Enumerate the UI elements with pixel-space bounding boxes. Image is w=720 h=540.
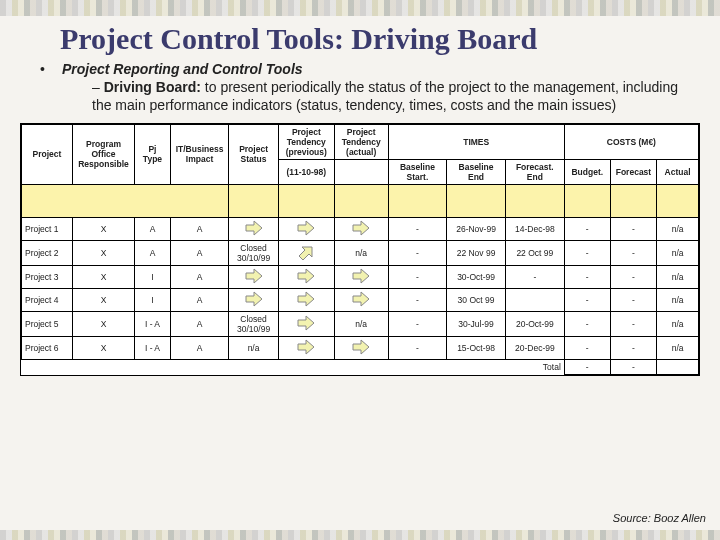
top-stripes bbox=[0, 0, 720, 16]
table-body: Project 1XAA-26-Nov-9914-Dec-98--n/aProj… bbox=[22, 217, 699, 359]
table-row: Project 5XI - AAClosed 30/10/99n/a-30-Ju… bbox=[22, 311, 699, 336]
table-row: Project 6XI - AAn/a-15-Oct-9820-Dec-99--… bbox=[22, 336, 699, 359]
yellow-band bbox=[334, 184, 388, 217]
col-forecast: Forecast bbox=[610, 159, 656, 184]
right-arrow-icon bbox=[245, 291, 263, 307]
right-arrow-icon bbox=[245, 268, 263, 284]
col-baseline-end: Baseline End bbox=[447, 159, 506, 184]
table-cell: 30-Oct-99 bbox=[447, 265, 506, 288]
total-forecast: - bbox=[610, 359, 656, 374]
table-cell: X bbox=[72, 311, 134, 336]
bullet-icon: • bbox=[40, 60, 62, 115]
col-baseline-start: Baseline Start. bbox=[388, 159, 447, 184]
table-cell: X bbox=[72, 217, 134, 240]
col-responsible: Program Office Responsible bbox=[72, 124, 134, 184]
table-cell: n/a bbox=[657, 336, 699, 359]
table-row: Project 4XIA-30 Oct 99--n/a bbox=[22, 288, 699, 311]
yellow-band bbox=[278, 184, 334, 217]
table-cell: A bbox=[135, 240, 171, 265]
table-cell: 22 Oct 99 bbox=[505, 240, 564, 265]
slide-title: Project Control Tools: Driving Board bbox=[0, 16, 720, 56]
table-cell bbox=[278, 265, 334, 288]
table-cell: 30-Jul-99 bbox=[447, 311, 506, 336]
table-cell: I bbox=[135, 265, 171, 288]
table-cell: X bbox=[72, 265, 134, 288]
table-cell: 14-Dec-98 bbox=[505, 217, 564, 240]
col-project: Project bbox=[22, 124, 73, 184]
table-cell: n/a bbox=[334, 240, 388, 265]
table-cell bbox=[278, 288, 334, 311]
right-arrow-icon bbox=[352, 291, 370, 307]
table-cell: n/a bbox=[657, 217, 699, 240]
col-budget: Budget. bbox=[564, 159, 610, 184]
table-cell: I - A bbox=[135, 336, 171, 359]
table-cell: - bbox=[610, 217, 656, 240]
col-costs: COSTS (M€) bbox=[564, 124, 698, 159]
right-arrow-icon bbox=[352, 220, 370, 236]
yellow-band bbox=[505, 184, 564, 217]
table-cell: - bbox=[610, 265, 656, 288]
table-cell: X bbox=[72, 336, 134, 359]
col-refdate: (11-10-98) bbox=[278, 159, 334, 184]
table-row: Project 1XAA-26-Nov-9914-Dec-98--n/a bbox=[22, 217, 699, 240]
table-cell: - bbox=[564, 265, 610, 288]
table-cell: Project 6 bbox=[22, 336, 73, 359]
table-cell: - bbox=[564, 217, 610, 240]
up-right-arrow-icon bbox=[297, 244, 315, 260]
driving-board-table: Project Program Office Responsible Pj Ty… bbox=[20, 123, 700, 376]
table-cell: 26-Nov-99 bbox=[447, 217, 506, 240]
table-cell: A bbox=[135, 217, 171, 240]
table-cell: Project 4 bbox=[22, 288, 73, 311]
table-cell: 30 Oct 99 bbox=[447, 288, 506, 311]
col-actual: Actual bbox=[657, 159, 699, 184]
sub-bullet-lead: Driving Board: bbox=[104, 79, 201, 95]
table-cell: - bbox=[564, 288, 610, 311]
right-arrow-icon bbox=[297, 315, 315, 331]
total-actual bbox=[657, 359, 699, 374]
body-text: • Project Reporting and Control Tools – … bbox=[0, 56, 720, 115]
table-cell: X bbox=[72, 288, 134, 311]
table-cell bbox=[334, 217, 388, 240]
right-arrow-icon bbox=[245, 220, 263, 236]
table-cell: Project 2 bbox=[22, 240, 73, 265]
table-cell: Project 3 bbox=[22, 265, 73, 288]
table-cell: 22 Nov 99 bbox=[447, 240, 506, 265]
total-budget: - bbox=[564, 359, 610, 374]
table-cell bbox=[505, 288, 564, 311]
yellow-band bbox=[388, 184, 447, 217]
table-cell: - bbox=[388, 288, 447, 311]
table-cell: A bbox=[170, 217, 228, 240]
table-cell bbox=[334, 265, 388, 288]
col-impact: IT/Business Impact bbox=[170, 124, 228, 184]
table-cell: A bbox=[170, 311, 228, 336]
table-cell: n/a bbox=[657, 288, 699, 311]
table-cell: Closed 30/10/99 bbox=[229, 240, 279, 265]
right-arrow-icon bbox=[352, 339, 370, 355]
table-cell bbox=[278, 311, 334, 336]
col-tend-act: Project Tendency (actual) bbox=[334, 124, 388, 159]
right-arrow-icon bbox=[297, 339, 315, 355]
table-cell: Closed 30/10/99 bbox=[229, 311, 279, 336]
table-cell: - bbox=[610, 288, 656, 311]
table-cell: - bbox=[388, 265, 447, 288]
table-cell bbox=[334, 288, 388, 311]
table-cell: 20-Dec-99 bbox=[505, 336, 564, 359]
table-cell: - bbox=[505, 265, 564, 288]
total-label: Total bbox=[22, 359, 565, 374]
table-cell: 15-Oct-98 bbox=[447, 336, 506, 359]
yellow-band bbox=[657, 184, 699, 217]
yellow-band bbox=[564, 184, 610, 217]
table-cell bbox=[229, 265, 279, 288]
yellow-band bbox=[447, 184, 506, 217]
table-cell: - bbox=[388, 240, 447, 265]
yellow-band-left bbox=[22, 184, 229, 217]
table-cell: n/a bbox=[334, 311, 388, 336]
col-tend-prev: Project Tendency (previous) bbox=[278, 124, 334, 159]
col-pjtype: Pj Type bbox=[135, 124, 171, 184]
yellow-band bbox=[610, 184, 656, 217]
col-times: TIMES bbox=[388, 124, 564, 159]
table-cell bbox=[229, 288, 279, 311]
table-cell: - bbox=[564, 240, 610, 265]
table-cell: X bbox=[72, 240, 134, 265]
right-arrow-icon bbox=[352, 268, 370, 284]
